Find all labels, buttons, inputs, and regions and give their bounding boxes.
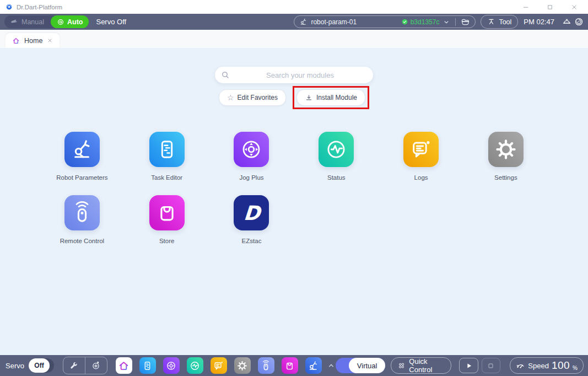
close-button[interactable] xyxy=(570,3,578,11)
remote-control-icon xyxy=(260,360,272,372)
project-name: robot-param-01 xyxy=(311,18,357,26)
align-move-button[interactable] xyxy=(85,357,107,374)
virtual-toggle-label: Virtual xyxy=(349,358,386,373)
shopping-bag-icon xyxy=(284,360,295,372)
servo-toggle[interactable]: Off xyxy=(29,358,54,373)
gear-icon xyxy=(236,360,248,372)
letter-d-logo: D xyxy=(242,202,261,224)
jog-pad-icon xyxy=(239,137,263,162)
shopping-bag-icon xyxy=(155,201,179,225)
maximize-button[interactable] xyxy=(546,3,554,11)
title-bar: Dr.Dart-Platform xyxy=(0,0,588,14)
tool-button[interactable]: Tool xyxy=(481,15,518,29)
stop-icon xyxy=(486,361,495,370)
clock: PM 02:47 xyxy=(524,18,554,26)
dock-item-remote-control[interactable] xyxy=(258,357,274,374)
virtual-real-toggle[interactable]: Virtual xyxy=(336,358,386,373)
tab-close-icon[interactable] xyxy=(47,37,53,44)
servo-label: Servo xyxy=(6,362,24,370)
manual-mode-button[interactable]: Manual xyxy=(4,18,51,26)
module-store[interactable]: Store xyxy=(125,195,209,244)
download-icon xyxy=(305,94,313,102)
wrench-button[interactable] xyxy=(63,357,85,374)
module-label: Logs xyxy=(414,174,428,181)
crosshair-move-icon xyxy=(91,361,101,370)
speed-label: Speed xyxy=(528,362,549,370)
robot-arm-icon xyxy=(70,137,94,162)
dock-item-status[interactable] xyxy=(187,357,203,374)
folder-open-icon[interactable] xyxy=(461,17,470,26)
module-label: Status xyxy=(327,174,346,181)
gear-icon xyxy=(494,137,518,162)
servo-toggle-state: Off xyxy=(29,358,50,373)
module-settings[interactable]: Settings xyxy=(463,132,548,181)
module-label: Robot Parameters xyxy=(56,174,107,181)
module-task-editor[interactable]: Task Editor xyxy=(125,132,209,181)
module-label: EZstac xyxy=(242,238,262,244)
dock-item-home[interactable] xyxy=(116,357,132,374)
robot-arm-icon xyxy=(308,360,319,372)
servo-state-label: Servo Off xyxy=(96,18,126,26)
auto-mode-label: Auto xyxy=(67,18,83,26)
auto-mode-button[interactable]: Auto xyxy=(51,15,89,28)
install-module-button[interactable]: Install Module xyxy=(296,89,365,106)
speed-value: 100 xyxy=(552,359,570,372)
tool-label: Tool xyxy=(499,18,511,26)
module-search xyxy=(215,67,373,83)
home-icon xyxy=(118,360,130,372)
module-dock xyxy=(116,357,322,374)
logs-chat-icon xyxy=(213,360,224,372)
module-label: Settings xyxy=(494,174,517,181)
dock-expand-button[interactable] xyxy=(327,361,336,370)
speed-unit: % xyxy=(573,365,578,371)
minimize-button[interactable] xyxy=(522,3,530,11)
status-pulse-icon xyxy=(189,360,201,372)
module-label: Store xyxy=(159,238,175,244)
recovery-dial-icon[interactable] xyxy=(574,17,584,27)
quick-control-icon xyxy=(398,361,405,370)
wrench-icon xyxy=(69,361,79,370)
project-selector[interactable]: robot-param-01 b3d1357c xyxy=(294,15,476,28)
play-icon xyxy=(464,361,473,370)
module-jog-plus[interactable]: Jog Plus xyxy=(209,132,294,181)
auto-mode-icon xyxy=(57,18,64,26)
speed-control[interactable]: Speed 100 % xyxy=(510,357,584,374)
dock-item-store[interactable] xyxy=(282,357,298,374)
stop-button[interactable] xyxy=(482,358,501,373)
tab-home[interactable]: Home xyxy=(6,33,60,48)
install-module-label: Install Module xyxy=(316,94,357,101)
divider xyxy=(455,18,456,26)
dock-item-logs[interactable] xyxy=(211,357,227,374)
quick-control-button[interactable]: Quick Control xyxy=(391,357,451,374)
tool-stand-icon xyxy=(487,18,495,26)
robot-arm-icon xyxy=(299,18,308,26)
window-title: Dr.Dart-Platform xyxy=(17,4,62,10)
star-icon: ☆ xyxy=(227,94,234,101)
dock-item-jog-plus[interactable] xyxy=(163,357,180,374)
dock-item-robot-parameters[interactable] xyxy=(305,357,322,374)
home-icon xyxy=(12,37,20,45)
remote-control-icon xyxy=(70,201,94,225)
module-logs[interactable]: Logs xyxy=(379,132,463,181)
module-grid-row-1: Robot Parameters Task Editor Jog Plus St… xyxy=(40,132,588,181)
dock-item-task-editor[interactable] xyxy=(139,357,156,374)
safety-helmet-icon[interactable] xyxy=(562,17,571,27)
search-input[interactable] xyxy=(215,67,373,83)
module-remote-control[interactable]: Remote Control xyxy=(40,195,125,244)
check-circle-icon xyxy=(401,18,408,25)
module-status[interactable]: Status xyxy=(294,132,379,181)
jog-pad-icon xyxy=(165,360,177,372)
play-button[interactable] xyxy=(459,358,478,373)
chevron-up-icon xyxy=(327,361,336,370)
edit-favorites-button[interactable]: ☆ Edit Favorites xyxy=(219,89,286,106)
dock-item-settings[interactable] xyxy=(234,357,251,374)
module-robot-parameters[interactable]: Robot Parameters xyxy=(40,132,125,181)
speed-gauge-icon xyxy=(516,361,525,370)
manual-hand-icon xyxy=(10,18,18,26)
top-toolbar: Manual Auto Servo Off robot-param-01 b3d… xyxy=(0,14,588,30)
robot-tool-buttons xyxy=(63,357,107,374)
chevron-down-icon[interactable] xyxy=(443,18,450,26)
module-grid-row-2: Remote Control Store D EZstac xyxy=(40,195,588,244)
commit-hash: b3d1357c xyxy=(411,18,440,26)
module-ezstac[interactable]: D EZstac xyxy=(209,195,294,244)
